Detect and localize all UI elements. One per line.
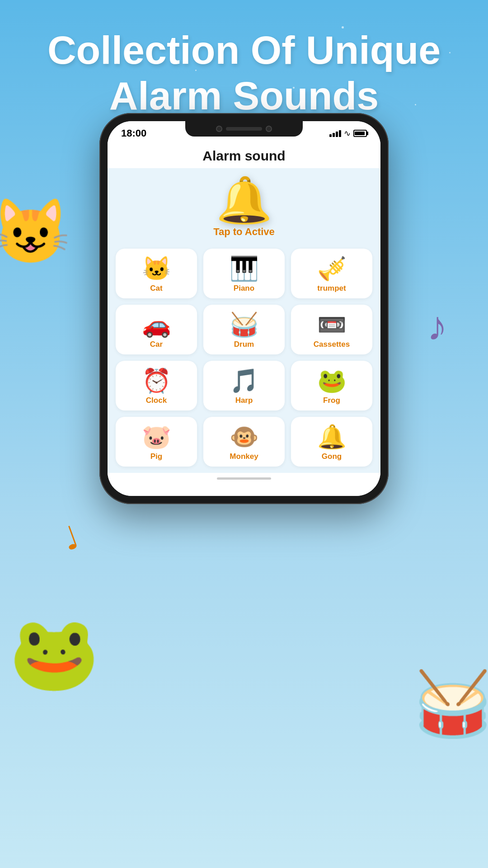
harp-emoji: 🎵 (230, 369, 259, 392)
tap-active-label: Tap to Active (213, 226, 275, 238)
signal-icon (329, 130, 341, 137)
drum-emoji: 🥁 (230, 313, 259, 336)
sound-item-harp[interactable]: 🎵Harp (203, 361, 285, 410)
phone-mockup: 18:00 ∿ Alarm sound (99, 113, 389, 504)
sensor (266, 126, 272, 132)
wifi-icon: ∿ (344, 128, 351, 138)
clock-label: Clock (146, 396, 167, 405)
screen-content: Alarm sound 🔔 Tap to Active 🐱Cat🎹Piano🎺t… (108, 139, 380, 496)
gong-emoji: 🔔 (317, 425, 347, 448)
status-icons: ∿ (329, 128, 367, 138)
car-emoji: 🚗 (142, 313, 171, 336)
sound-item-cat[interactable]: 🐱Cat (116, 249, 197, 298)
speaker-grill (226, 127, 262, 131)
trumpet-label: trumpet (317, 284, 346, 293)
sound-item-pig[interactable]: 🐷Pig (116, 417, 197, 467)
frog-decoration: 🐸 (9, 611, 99, 696)
cassette-emoji: 📼 (317, 313, 347, 336)
pig-label: Pig (150, 452, 162, 461)
sound-item-drum[interactable]: 🥁Drum (203, 305, 285, 354)
frog-label: Frog (323, 396, 340, 405)
bell-icon[interactable]: 🔔 (216, 177, 272, 222)
clock-emoji: ⏰ (142, 369, 171, 392)
cat-emoji: 🐱 (142, 257, 171, 280)
piano-emoji: 🎹 (230, 257, 259, 280)
phone-notch (185, 121, 303, 137)
sound-item-car[interactable]: 🚗Car (116, 305, 197, 354)
sound-item-monkey[interactable]: 🐵Monkey (203, 417, 285, 467)
trumpet-emoji: 🎺 (317, 257, 347, 280)
alarm-header: Alarm sound (108, 139, 380, 168)
phone-screen: 18:00 ∿ Alarm sound (108, 121, 380, 496)
drum-label: Drum (234, 340, 254, 349)
sound-item-clock[interactable]: ⏰Clock (116, 361, 197, 410)
gong-label: Gong (322, 452, 342, 461)
drum-decoration: 🥁 (413, 667, 488, 741)
phone-frame: 18:00 ∿ Alarm sound (99, 113, 389, 504)
music-note-orange-decoration: ♩ (57, 519, 84, 558)
sound-item-cassette[interactable]: 📼Cassettes (291, 305, 372, 354)
monkey-label: Monkey (230, 452, 258, 461)
front-camera (216, 126, 222, 132)
home-indicator (108, 473, 380, 487)
home-bar (217, 477, 271, 480)
sound-item-trumpet[interactable]: 🎺trumpet (291, 249, 372, 298)
battery-icon (353, 130, 367, 137)
harp-label: Harp (235, 396, 253, 405)
bell-section[interactable]: 🔔 Tap to Active (108, 168, 380, 242)
pig-emoji: 🐷 (142, 425, 171, 448)
alarm-title: Alarm sound (202, 148, 285, 163)
piano-label: Piano (234, 284, 254, 293)
page-title: Collection Of Unique Alarm Sounds (27, 27, 461, 118)
frog-emoji: 🐸 (317, 369, 347, 392)
sound-item-frog[interactable]: 🐸Frog (291, 361, 372, 410)
cat-decoration: 😺 (0, 194, 70, 269)
status-time: 18:00 (121, 127, 146, 139)
sound-grid: 🐱Cat🎹Piano🎺trumpet🚗Car🥁Drum📼Cassettes⏰Cl… (108, 242, 380, 473)
sound-item-gong[interactable]: 🔔Gong (291, 417, 372, 467)
page-title-section: Collection Of Unique Alarm Sounds (0, 0, 488, 132)
monkey-emoji: 🐵 (230, 425, 259, 448)
music-note-decoration: ♪ (427, 303, 447, 349)
cassette-label: Cassettes (314, 340, 350, 349)
car-label: Car (150, 340, 163, 349)
sound-item-piano[interactable]: 🎹Piano (203, 249, 285, 298)
cat-label: Cat (150, 284, 162, 293)
